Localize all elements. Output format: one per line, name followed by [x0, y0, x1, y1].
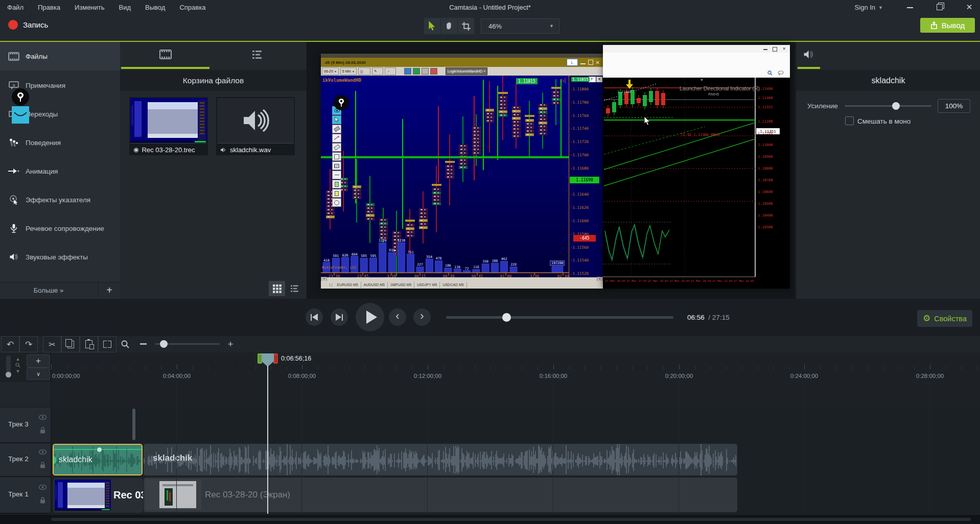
- ruler-minor-tick: [114, 367, 114, 369]
- close-icon[interactable]: ✕: [966, 4, 973, 11]
- clip-skladchik-selected[interactable]: skladchik: [53, 444, 143, 475]
- price-scale-label: -1.11560: [570, 245, 589, 250]
- menu-Справка[interactable]: Справка: [172, 0, 213, 15]
- crop-tool-button[interactable]: [458, 18, 474, 34]
- ruler-minor-tick: [287, 367, 287, 369]
- prev-clip-button[interactable]: ‹: [389, 308, 406, 326]
- menu-Вывод[interactable]: Вывод: [138, 0, 172, 15]
- chart-tabs: ⟨ |EURUSD M5AUDUSD M5GBPUSD M5USDJPY M5U…: [321, 281, 603, 289]
- eye-icon[interactable]: [39, 449, 46, 455]
- scrub-slider[interactable]: [446, 316, 673, 319]
- add-media-button[interactable]: +: [98, 282, 121, 298]
- horizontal-scrollbar[interactable]: [51, 518, 971, 521]
- clip-skladchik-rest[interactable]: skladchik: [144, 444, 737, 475]
- properties-button[interactable]: ⚙ Свойства: [917, 310, 972, 327]
- ruler-minor-tick: [349, 367, 349, 369]
- export-button[interactable]: Вывод: [920, 18, 975, 33]
- volume-value: 227: [417, 263, 423, 267]
- add-track-button[interactable]: +: [27, 354, 50, 368]
- menu-Файл[interactable]: Файл: [0, 0, 31, 15]
- menu-Изменить[interactable]: Изменить: [67, 0, 112, 15]
- magnifier-icon: [121, 340, 129, 348]
- timeline-ruler[interactable]: 0:00:00;000:04:00;000:08:00;000:12:00;00…: [51, 352, 980, 382]
- undo-button[interactable]: ↶: [1, 336, 19, 352]
- lock-icon[interactable]: [40, 497, 45, 504]
- tab-media-bin[interactable]: [121, 42, 209, 69]
- media-item-recording[interactable]: ◉ Rec 03-28-20.trec: [129, 97, 208, 155]
- clip-thumbnail: [145, 479, 201, 510]
- media-bin-header: Корзина файлов: [120, 70, 307, 91]
- canvas-zoom-dropdown[interactable]: 46% ▼: [481, 18, 559, 34]
- track-height-handle[interactable]: [6, 372, 11, 377]
- ruler-minor-tick: [569, 367, 570, 369]
- playhead-line[interactable]: [267, 366, 268, 514]
- sidebar-item-5[interactable]: Анимация: [0, 157, 120, 185]
- minimize-button[interactable]: [906, 4, 914, 11]
- next-clip-button[interactable]: ›: [413, 308, 431, 326]
- ruler-minor-tick: [255, 367, 256, 369]
- ruler-minor-tick: [616, 367, 617, 369]
- zoom-out-button[interactable]: [140, 343, 147, 345]
- sidebar-item-6[interactable]: Эффекты указателя: [0, 185, 120, 214]
- chevron-down-icon: ▼: [549, 23, 554, 29]
- zoom-in-button[interactable]: +: [226, 338, 235, 350]
- redo-button[interactable]: ↷: [19, 336, 38, 352]
- select-tool-button[interactable]: [424, 18, 440, 34]
- copy-button[interactable]: [61, 336, 80, 352]
- go-to-end-icon: ▷|: [561, 78, 566, 83]
- playhead[interactable]: [258, 353, 278, 367]
- record-dot-icon: [8, 20, 18, 30]
- mono-checkbox[interactable]: [845, 116, 854, 125]
- preview-canvas[interactable]: 32065207- RoboForex Pro 2 - [EURUSD M5] …: [307, 42, 795, 299]
- record-button[interactable]: Запись: [8, 20, 48, 30]
- zoom-tool-icon: [119, 339, 131, 350]
- lock-icon[interactable]: [40, 427, 45, 434]
- menu-Правка[interactable]: Правка: [31, 0, 67, 15]
- cut-button[interactable]: ✂: [43, 336, 61, 352]
- restore-button[interactable]: [936, 4, 943, 11]
- menu-Вид[interactable]: Вид: [112, 0, 138, 15]
- track-options-button[interactable]: ∨: [27, 368, 50, 380]
- clip-rec-screen[interactable]: Rec 03-28-20 (Экран): [144, 478, 737, 512]
- scrub-slider-handle[interactable]: [502, 313, 511, 322]
- track-gridline: [553, 382, 553, 514]
- time-axis-label: 27 Mar 16:05: [605, 279, 625, 282]
- sidebar-item-8[interactable]: Звуковые эффекты: [0, 243, 120, 271]
- paste-button[interactable]: [80, 336, 98, 352]
- gain-label: Усиление: [807, 102, 838, 110]
- track-header-spacer: [0, 382, 51, 407]
- lock-icon[interactable]: [40, 462, 45, 468]
- pan-tool-button[interactable]: [441, 18, 457, 34]
- price-scale-label: 1.10700: [758, 178, 773, 182]
- gain-handle[interactable]: [97, 447, 102, 452]
- sign-in-menu[interactable]: Sign In▼: [855, 0, 883, 15]
- step-forward-button[interactable]: [331, 308, 348, 326]
- step-back-button[interactable]: [306, 308, 323, 326]
- tab-library[interactable]: [211, 42, 306, 67]
- grid-view-button[interactable]: [269, 281, 285, 296]
- eye-icon[interactable]: [39, 415, 46, 420]
- clip-rec-selected-part[interactable]: Rec 03: [53, 478, 144, 513]
- gain-slider-handle[interactable]: [892, 102, 900, 110]
- eye-icon[interactable]: [39, 485, 46, 490]
- gain-slider[interactable]: [845, 105, 931, 107]
- ruler-major-tick: [177, 365, 177, 369]
- list-view-button[interactable]: [287, 281, 304, 296]
- media-item-audio[interactable]: skladchik.wav: [216, 97, 295, 155]
- sidebar-item-1[interactable]: Файлы: [0, 42, 120, 70]
- gain-value-box[interactable]: 100%: [938, 99, 970, 113]
- price-scale-label: 1.11815: [571, 77, 590, 82]
- instrument-tab: AUDUSD M5: [361, 282, 388, 288]
- volume-value: 1230: [398, 239, 406, 243]
- sidebar-item-7[interactable]: Речевое сопровождение: [0, 214, 120, 243]
- sidebar-item-4[interactable]: Поведения: [0, 128, 120, 157]
- timeline-zoom-handle[interactable]: [160, 340, 168, 348]
- play-button[interactable]: [356, 303, 384, 331]
- film-icon: [159, 50, 172, 59]
- split-button[interactable]: [98, 336, 116, 352]
- volume-value: 228: [510, 263, 517, 267]
- tab-audio-properties[interactable]: [798, 42, 820, 69]
- ruler-minor-tick: [459, 367, 459, 369]
- sidebar-more-button[interactable]: Больше »: [0, 282, 97, 298]
- volume-value: 664: [352, 252, 358, 256]
